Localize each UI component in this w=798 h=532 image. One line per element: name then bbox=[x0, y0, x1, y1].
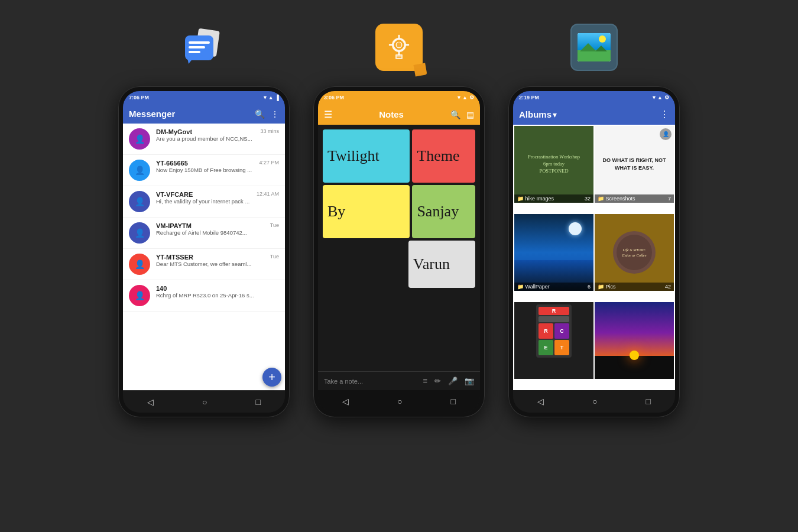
compose-fab-button[interactable]: + bbox=[262, 368, 281, 387]
coffee-cup: Life is SHORT. Enjoy ur Coffee bbox=[617, 235, 652, 270]
avatar: 👤 bbox=[129, 191, 150, 212]
note-card-varun[interactable]: Varun bbox=[408, 241, 475, 288]
notes-app-icon[interactable] bbox=[375, 24, 423, 71]
message-content: VM-IPAYTM Recharge of Airtel Mobile 9840… bbox=[156, 222, 264, 236]
messenger-search-icon[interactable]: 🔍 bbox=[255, 109, 265, 119]
notes-input-placeholder[interactable]: Take a note... bbox=[324, 378, 416, 385]
album-count: 6 bbox=[588, 284, 591, 290]
camera-icon[interactable]: 📷 bbox=[465, 377, 474, 385]
pencil-icon[interactable]: ✏ bbox=[434, 377, 441, 385]
user-avatar: 👤 bbox=[660, 128, 672, 140]
list-item[interactable]: 👤 VT-VFCARE Hi, the validity of your int… bbox=[123, 186, 285, 218]
list-item[interactable]: 👤 DM-MyGovt Are you a proud member of NC… bbox=[123, 124, 285, 155]
avatar: 👤 bbox=[129, 128, 150, 150]
notes-row-1: Twilight Theme bbox=[323, 129, 475, 183]
messenger-screen: 7:06 PM ▾ ▲ ▐ Messenger 🔍 ⋮ bbox=[123, 91, 285, 413]
notes-menu-icon[interactable]: ☰ bbox=[324, 109, 332, 120]
gallery-status-bar: 2:19 PM ▾ ▲ ⚙ bbox=[513, 91, 675, 104]
messenger-phone-container: 7:06 PM ▾ ▲ ▐ Messenger 🔍 ⋮ bbox=[118, 18, 290, 417]
gallery-phone-container: 2:19 PM ▾ ▲ ⚙ Albums ▾ ⋮ bbox=[508, 18, 680, 417]
gallery-album-label: 📁 WallPaper 6 bbox=[514, 283, 593, 291]
home-button[interactable]: ○ bbox=[592, 397, 597, 406]
list-item[interactable]: 👤 YT-665665 Now Enjoy 150MB of Free brow… bbox=[123, 155, 285, 186]
notes-title: Notes bbox=[379, 109, 404, 119]
note-card-theme[interactable]: Theme bbox=[412, 129, 475, 183]
gallery-item-wallpaper[interactable]: 📁 WallPaper 6 bbox=[514, 214, 593, 291]
wifi-icon: ▾ bbox=[264, 95, 267, 100]
mini-phone: R R C E T bbox=[536, 304, 572, 358]
avatar: 👤 bbox=[129, 285, 150, 306]
gallery-menu-icon[interactable]: ⋮ bbox=[660, 109, 669, 120]
notes-app-icon-wrapper bbox=[375, 18, 423, 77]
list-item[interactable]: 👤 VM-IPAYTM Recharge of Airtel Mobile 98… bbox=[123, 218, 285, 249]
notes-bottom-input: Take a note... ≡ ✏ 🎤 📷 bbox=[318, 371, 480, 390]
svg-point-13 bbox=[397, 43, 401, 47]
notes-status-bar: 3:06 PM ▾ ▲ ⚙ bbox=[318, 91, 480, 104]
message-preview: Recharge of Airtel Mobile 9840742... bbox=[156, 229, 264, 236]
notes-status-icons: ▾ ▲ ⚙ bbox=[458, 95, 474, 100]
notes-row-2: By Sanjay bbox=[323, 185, 475, 238]
gallery-item-sunset[interactable] bbox=[595, 302, 674, 379]
svg-marker-5 bbox=[187, 58, 193, 64]
home-button[interactable]: ○ bbox=[397, 397, 402, 406]
gallery-album-label: 📁 Pics 42 bbox=[595, 283, 674, 291]
scene: 7:06 PM ▾ ▲ ▐ Messenger 🔍 ⋮ bbox=[0, 0, 798, 532]
settings-icon: ⚙ bbox=[469, 95, 474, 100]
gallery-item-screenshots[interactable]: 👤 DO WHAT IS RIGHT, NOT WHAT IS EASY. 📁 … bbox=[595, 126, 674, 203]
list-item[interactable]: 👤 140 Rchrg of MRP Rs23.0 on 25-Apr-16 s… bbox=[123, 280, 285, 312]
list-icon[interactable]: ≡ bbox=[423, 377, 427, 385]
message-sender: VT-VFCARE bbox=[156, 191, 251, 198]
recents-button[interactable]: □ bbox=[451, 397, 456, 406]
battery-icon: ▐ bbox=[275, 95, 279, 100]
gallery-app-icon-wrapper bbox=[570, 18, 618, 77]
notes-screen: 3:06 PM ▾ ▲ ⚙ ☰ Notes 🔍 ▤ bbox=[318, 91, 480, 413]
note-card-by[interactable]: By bbox=[323, 185, 410, 238]
notes-header: ☰ Notes 🔍 ▤ bbox=[318, 104, 480, 125]
svg-rect-14 bbox=[395, 54, 403, 59]
notes-search-icon[interactable]: 🔍 bbox=[450, 110, 460, 119]
notes-view-icon[interactable]: ▤ bbox=[466, 110, 474, 119]
chalkboard-text: Procrastination Workshop 6pm today POSTP… bbox=[528, 154, 580, 175]
note-card-twilight[interactable]: Twilight bbox=[323, 129, 410, 183]
svg-rect-4 bbox=[189, 51, 200, 53]
gallery-album-label: 📁 hike Images 32 bbox=[514, 194, 593, 203]
wifi-icon: ▾ bbox=[458, 95, 460, 100]
list-item[interactable]: 👤 YT-MTSSER Dear MTS Customer, we offer … bbox=[123, 249, 285, 280]
notes-phone-container: 3:06 PM ▾ ▲ ⚙ ☰ Notes 🔍 ▤ bbox=[313, 18, 485, 417]
album-count: 42 bbox=[665, 284, 671, 290]
avatar: 👤 bbox=[129, 222, 150, 244]
message-content: YT-MTSSER Dear MTS Customer, we offer se… bbox=[156, 254, 264, 267]
gallery-icon-inner bbox=[578, 33, 611, 61]
messenger-menu-icon[interactable]: ⋮ bbox=[271, 109, 279, 119]
gallery-phone: 2:19 PM ▾ ▲ ⚙ Albums ▾ ⋮ bbox=[508, 86, 680, 417]
gallery-item-hike[interactable]: Procrastination Workshop 6pm today POSTP… bbox=[514, 126, 593, 203]
mic-icon[interactable]: 🎤 bbox=[448, 377, 458, 385]
messenger-app-icon[interactable] bbox=[180, 24, 228, 71]
gallery-body: Procrastination Workshop 6pm today POSTP… bbox=[513, 125, 675, 390]
tile-t: T bbox=[554, 340, 569, 355]
message-sender: YT-665665 bbox=[156, 160, 253, 167]
gallery-time: 2:19 PM bbox=[519, 95, 539, 100]
gallery-item-tiles[interactable]: R R C E T bbox=[514, 302, 593, 379]
album-count: 7 bbox=[668, 196, 671, 202]
back-button[interactable]: ◁ bbox=[537, 397, 544, 406]
message-preview: Now Enjoy 150MB of Free browsing ... bbox=[156, 167, 253, 173]
notes-phone: 3:06 PM ▾ ▲ ⚙ ☰ Notes 🔍 ▤ bbox=[313, 86, 485, 417]
back-button[interactable]: ◁ bbox=[147, 397, 154, 407]
recents-button[interactable]: □ bbox=[256, 397, 261, 407]
note-card-sanjay[interactable]: Sanjay bbox=[412, 185, 475, 238]
back-button[interactable]: ◁ bbox=[342, 397, 349, 406]
sunset-image bbox=[595, 302, 674, 379]
home-button[interactable]: ○ bbox=[202, 397, 207, 407]
messenger-phone: 7:06 PM ▾ ▲ ▐ Messenger 🔍 ⋮ bbox=[118, 86, 290, 417]
svg-rect-2 bbox=[189, 41, 210, 44]
dropdown-icon[interactable]: ▾ bbox=[553, 110, 557, 119]
message-sender: VM-IPAYTM bbox=[156, 222, 264, 229]
message-time: Tue bbox=[270, 254, 279, 259]
gallery-item-pics[interactable]: Life is SHORT. Enjoy ur Coffee 📁 Pics 42 bbox=[595, 214, 674, 291]
gallery-status-icons: ▾ ▲ ⚙ bbox=[653, 95, 669, 100]
gallery-app-icon[interactable] bbox=[570, 24, 618, 71]
wifi-icon: ▾ bbox=[653, 95, 656, 100]
note-empty-space bbox=[323, 241, 406, 288]
recents-button[interactable]: □ bbox=[646, 397, 651, 406]
